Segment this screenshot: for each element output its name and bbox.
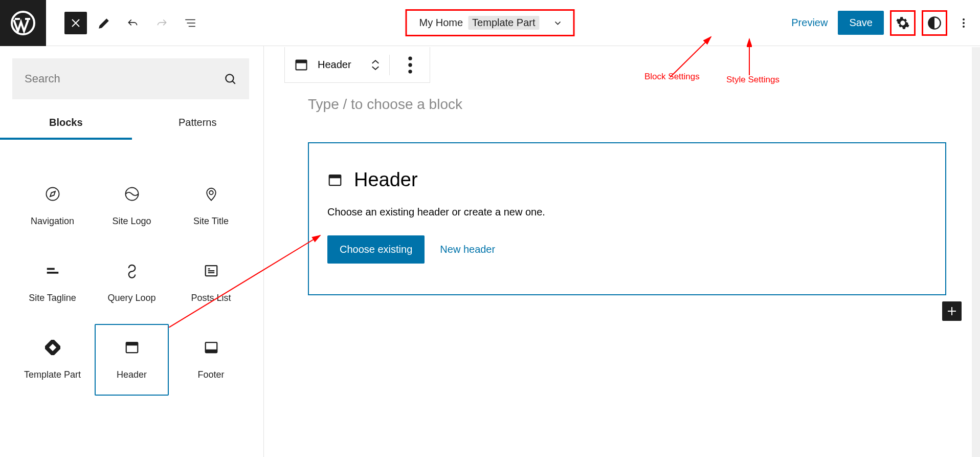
blocks-grid: Navigation Site Logo Site Title Site Tag… [0, 140, 263, 406]
svg-rect-15 [296, 60, 307, 63]
block-footer[interactable]: Footer [174, 324, 248, 396]
divider [389, 55, 390, 75]
svg-rect-11 [126, 342, 138, 345]
block-label: Site Tagline [29, 293, 76, 303]
block-toolbar: Header [284, 47, 430, 83]
close-icon [70, 17, 82, 29]
canvas-scrollbar[interactable] [972, 47, 980, 457]
new-header-link[interactable]: New header [440, 244, 495, 255]
top-bar: My Home Template Part Preview Save [0, 0, 980, 46]
redo-icon [155, 16, 168, 30]
chevron-up-icon [371, 59, 380, 64]
header-icon [124, 340, 140, 355]
block-site-tagline[interactable]: Site Tagline [15, 247, 90, 319]
block-label: Header [117, 369, 147, 380]
svg-point-8 [209, 190, 213, 194]
more-vertical-icon [957, 17, 970, 29]
redo-button[interactable] [150, 12, 173, 34]
block-inserter-sidebar: Search Blocks Patterns Navigation Site L… [0, 46, 264, 457]
header-block-title: Header [354, 169, 418, 191]
search-input[interactable]: Search [12, 58, 249, 99]
block-site-logo[interactable]: Site Logo [95, 170, 169, 242]
block-site-title[interactable]: Site Title [174, 170, 248, 242]
wordpress-icon [11, 11, 35, 35]
editor-canvas: Header Type / to choose a block Header C… [274, 47, 980, 457]
chevron-down-icon [371, 66, 380, 71]
styles-icon [927, 16, 942, 30]
block-more-button[interactable] [399, 54, 421, 76]
add-block-button[interactable] [942, 301, 962, 321]
tools-button[interactable] [93, 12, 116, 34]
more-vertical-icon [399, 54, 421, 76]
header-block-desc: Choose an existing header or create a ne… [327, 206, 930, 218]
more-options-button[interactable] [953, 13, 974, 33]
block-label: Navigation [31, 216, 74, 227]
block-label: Posts List [191, 293, 231, 303]
close-inserter-button[interactable] [64, 12, 87, 34]
svg-point-3 [963, 22, 965, 24]
tab-patterns[interactable]: Patterns [132, 110, 264, 140]
inserter-tabs: Blocks Patterns [0, 110, 263, 140]
header-block[interactable]: Header Choose an existing header or crea… [308, 142, 946, 295]
block-type-button[interactable] [290, 54, 313, 76]
svg-point-5 [226, 74, 233, 82]
svg-point-18 [408, 70, 412, 73]
block-label: Site Logo [112, 216, 151, 227]
block-settings-button[interactable] [890, 10, 916, 36]
list-view-button[interactable] [179, 12, 202, 34]
preview-link[interactable]: Preview [791, 17, 828, 29]
loop-icon [124, 263, 140, 278]
svg-point-6 [46, 187, 59, 200]
pin-icon [204, 186, 219, 202]
list-box-icon [204, 263, 219, 278]
tab-blocks[interactable]: Blocks [0, 110, 132, 140]
footer-icon [204, 340, 219, 355]
style-settings-button[interactable] [922, 10, 947, 36]
search-placeholder: Search [25, 72, 60, 85]
document-title[interactable]: My Home Template Part [406, 9, 575, 36]
svg-point-16 [408, 56, 412, 60]
gear-icon [896, 16, 910, 30]
wordpress-logo[interactable] [0, 0, 46, 46]
undo-icon [126, 16, 140, 30]
block-posts-list[interactable]: Posts List [174, 247, 248, 319]
doc-part-badge: Template Part [468, 16, 539, 30]
block-template-part[interactable]: Template Part [15, 324, 90, 396]
block-label: Site Title [193, 216, 229, 227]
svg-point-2 [963, 18, 965, 20]
svg-rect-13 [205, 349, 217, 352]
plus-icon [946, 305, 958, 317]
undo-button[interactable] [122, 12, 144, 34]
tagline-icon [45, 263, 60, 278]
doc-name: My Home [419, 17, 463, 29]
header-icon [327, 172, 343, 188]
annotation-block-settings: Block Settings [644, 72, 700, 82]
move-controls[interactable] [371, 59, 380, 71]
block-label: Footer [197, 369, 224, 380]
chevron-down-icon [552, 18, 563, 28]
annotation-style-settings: Style Settings [726, 75, 779, 85]
block-toolbar-label: Header [318, 59, 351, 71]
site-logo-icon [124, 186, 140, 202]
save-button[interactable]: Save [838, 11, 884, 35]
svg-point-17 [408, 63, 412, 67]
choose-existing-button[interactable]: Choose existing [327, 235, 425, 264]
compass-icon [45, 186, 60, 202]
block-label: Template Part [24, 369, 81, 380]
block-header[interactable]: Header [95, 324, 169, 396]
search-icon [224, 72, 237, 85]
svg-point-4 [963, 26, 965, 28]
block-query-loop[interactable]: Query Loop [95, 247, 169, 319]
header-block-icon [294, 58, 308, 72]
block-label: Query Loop [107, 293, 155, 303]
block-navigation[interactable]: Navigation [15, 170, 90, 242]
block-placeholder[interactable]: Type / to choose a block [308, 96, 970, 113]
top-right-actions: Preview Save [791, 10, 974, 36]
list-icon [184, 16, 197, 30]
template-part-icon [45, 340, 60, 355]
pencil-icon [98, 16, 111, 30]
svg-rect-20 [329, 175, 341, 178]
